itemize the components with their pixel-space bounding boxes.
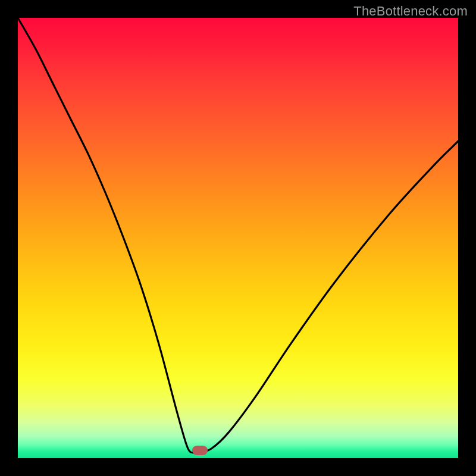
optimum-marker (192, 446, 208, 455)
bottleneck-curve (18, 18, 458, 458)
plot-area (18, 18, 458, 458)
chart-frame: TheBottleneck.com (0, 0, 476, 476)
watermark-text: TheBottleneck.com (353, 4, 468, 19)
